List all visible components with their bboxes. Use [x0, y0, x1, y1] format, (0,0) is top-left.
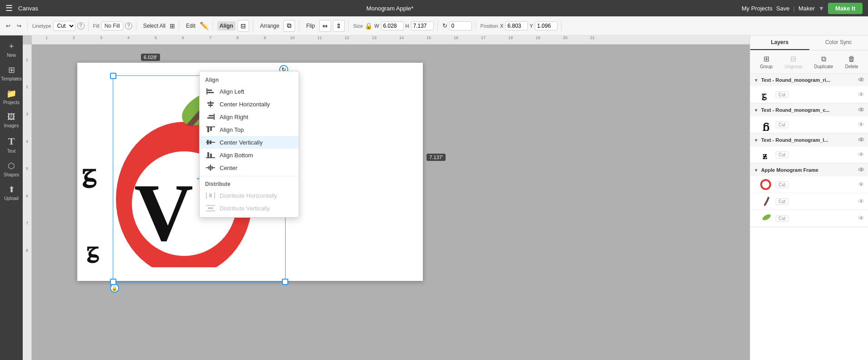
- x-input[interactable]: [505, 21, 528, 30]
- lock-handle[interactable]: 🔒: [110, 284, 119, 293]
- maker-chevron: ▼: [818, 5, 824, 12]
- layer-item-1[interactable]: ᵹ Cut 👁: [750, 86, 868, 103]
- ruler-tick: 19: [536, 35, 540, 40]
- svg-rect-10: [208, 105, 213, 106]
- flip-button[interactable]: Flip: [304, 21, 317, 30]
- undo-button[interactable]: ↩: [4, 21, 13, 30]
- center-vert-icon: [206, 139, 215, 146]
- tab-layers[interactable]: Layers: [750, 35, 809, 50]
- fill-help[interactable]: ?: [125, 22, 132, 30]
- eye-icon-2[interactable]: 👁: [858, 121, 864, 128]
- align-dropdown: Align Align Left Center Horizontally: [199, 71, 299, 218]
- edit-button[interactable]: Edit: [184, 21, 198, 30]
- layer-item-4b[interactable]: Cut 👁: [750, 193, 868, 210]
- canvas-area[interactable]: 1 2 3 4 5 6 7 8 9 10 11 12 13 14 15 16 1…: [23, 35, 750, 360]
- layer-item-2[interactable]: ᵷ Cut 👁: [750, 116, 868, 133]
- layer-group-4-header[interactable]: ▼ Apple Monogram Frame 👁: [750, 164, 868, 176]
- height-input[interactable]: [411, 21, 434, 30]
- group-icon: ⊞: [763, 55, 769, 63]
- align-top-item[interactable]: Align Top: [200, 123, 299, 136]
- align-left-item[interactable]: Align Left: [200, 85, 299, 98]
- save-button[interactable]: Save: [776, 5, 790, 12]
- center-vertically-item[interactable]: Center Vertically: [200, 136, 299, 149]
- eye-icon-4b[interactable]: 👁: [858, 198, 864, 205]
- make-it-button[interactable]: Make It: [828, 3, 863, 14]
- flip-v-icon-button[interactable]: ⇕: [333, 20, 345, 32]
- align-icon-button[interactable]: ⊟: [237, 20, 249, 32]
- visibility-toggle-3[interactable]: 👁: [858, 136, 864, 144]
- visibility-toggle-2[interactable]: 👁: [858, 106, 864, 114]
- eye-icon-1[interactable]: 👁: [858, 91, 864, 98]
- tab-color-sync[interactable]: Color Sync: [809, 35, 868, 50]
- panel-toolbar: ⊞ Group ⊟ Ungroup ⧉ Duplicate 🗑 Delete: [750, 50, 868, 74]
- layer-group-1-header[interactable]: ▼ Text - Round_monogram_ri... 👁: [750, 74, 868, 86]
- ungroup-button[interactable]: ⊟ Ungroup: [782, 53, 805, 70]
- lock-icon[interactable]: 🔒: [365, 22, 372, 30]
- layer-thumb-2: ᵷ: [759, 118, 772, 131]
- sidebar-item-projects[interactable]: 📁 Projects: [1, 86, 21, 108]
- align-bottom-icon: [206, 151, 215, 159]
- position-group: Position X Y: [481, 21, 562, 30]
- svg-rect-28: [209, 194, 212, 197]
- arrange-icon-button[interactable]: ⧉: [283, 20, 295, 32]
- select-all-icon[interactable]: ⊞: [170, 22, 175, 30]
- canvas-content[interactable]: V ᵹ ᵹ 6.028' 7.137' ↻ 🔒: [32, 45, 750, 360]
- linetype-select[interactable]: Cut: [53, 21, 75, 31]
- right-actions: My Projects Save | Maker ▼ Make It: [742, 3, 863, 14]
- center-horizontally-item[interactable]: Center Horizontally: [200, 98, 299, 110]
- group-button[interactable]: ⊞ Group: [757, 53, 775, 70]
- edit-icon[interactable]: ✏️: [200, 21, 209, 30]
- duplicate-button[interactable]: ⧉ Duplicate: [812, 54, 836, 70]
- layer-group-2-header[interactable]: ▼ Text - Round_monogram_c... 👁: [750, 104, 868, 116]
- align-button[interactable]: Align: [217, 21, 236, 30]
- sidebar-item-upload[interactable]: ⬆ Upload: [1, 182, 21, 204]
- linetype-help[interactable]: ?: [77, 22, 85, 30]
- delete-button[interactable]: 🗑 Delete: [843, 54, 861, 70]
- arrange-button[interactable]: Arrange: [258, 21, 282, 30]
- toolbar: ↩ ↪ Linetype Cut ? Fill No Fill ? Select…: [0, 16, 868, 35]
- align-right-item[interactable]: Align Right: [200, 110, 299, 123]
- center-label: Center: [220, 165, 237, 171]
- center-item[interactable]: Center: [200, 161, 299, 174]
- layer-item-3[interactable]: ᵶ Cut 👁: [750, 146, 868, 163]
- layer-badge-3: Cut: [776, 151, 788, 158]
- ruler-tick: 2: [73, 35, 75, 40]
- eye-icon-4a[interactable]: 👁: [858, 181, 864, 188]
- sidebar-item-shapes[interactable]: ⬡ Shapes: [1, 158, 21, 180]
- resize-handle-bl[interactable]: [110, 279, 116, 285]
- sidebar-item-text[interactable]: T Text: [1, 133, 21, 156]
- y-input[interactable]: [535, 21, 557, 30]
- fill-selector[interactable]: No Fill: [101, 21, 123, 30]
- select-all-button[interactable]: Select All: [141, 21, 168, 30]
- visibility-toggle-4[interactable]: 👁: [858, 166, 864, 174]
- align-bottom-item[interactable]: Align Bottom: [200, 149, 299, 161]
- my-projects-button[interactable]: My Projects: [742, 5, 773, 12]
- svg-rect-8: [210, 101, 211, 107]
- redo-button[interactable]: ↪: [15, 21, 24, 30]
- images-icon: 🖼: [7, 112, 15, 122]
- layer-group-4: ▼ Apple Monogram Frame 👁 Cut 👁: [750, 164, 868, 227]
- resize-handle[interactable]: [282, 279, 288, 285]
- sidebar-item-images[interactable]: 🖼 Images: [1, 110, 21, 131]
- linetype-group: Linetype Cut ?: [32, 21, 89, 31]
- sidebar-item-new[interactable]: + New: [1, 39, 21, 60]
- svg-rect-19: [210, 140, 211, 144]
- ruler-tick: 10: [290, 35, 295, 40]
- visibility-toggle-1[interactable]: 👁: [858, 76, 864, 84]
- layer-item-4c[interactable]: Cut 👁: [750, 210, 868, 227]
- menu-icon[interactable]: ☰: [5, 3, 13, 13]
- maker-button[interactable]: Maker: [798, 5, 815, 12]
- eye-icon-3[interactable]: 👁: [858, 151, 864, 158]
- flip-icon-button[interactable]: ⇔: [319, 20, 331, 32]
- eye-icon-4c[interactable]: 👁: [858, 215, 864, 222]
- width-input[interactable]: [381, 21, 404, 30]
- layer-group-3: ▼ Text - Round_monogram_l... 👁 ᵶ Cut 👁: [750, 134, 868, 164]
- size-label: Size: [353, 23, 363, 29]
- svg-text:V: V: [134, 167, 193, 258]
- ruler-tick: 21: [590, 35, 595, 40]
- layer-group-3-header[interactable]: ▼ Text - Round_monogram_l... 👁: [750, 134, 868, 146]
- arrange-group: Arrange ⧉: [258, 20, 300, 32]
- layer-item-4a[interactable]: Cut 👁: [750, 176, 868, 193]
- sidebar-item-templates[interactable]: ⊞ Templates: [1, 62, 21, 84]
- rotate-input[interactable]: [449, 21, 472, 30]
